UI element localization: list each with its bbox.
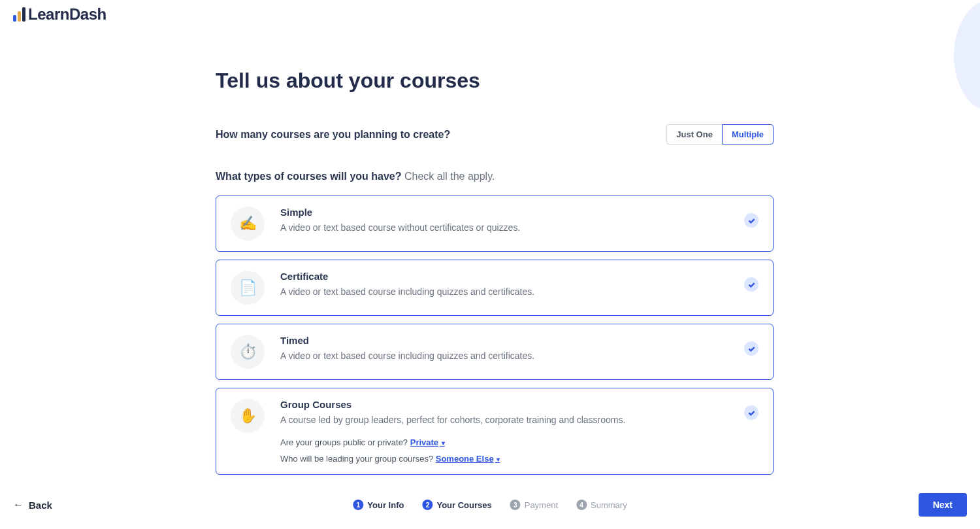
arrow-left-icon: ←	[13, 499, 24, 511]
back-label: Back	[29, 500, 52, 511]
course-type-card-simple[interactable]: ✍️ Simple A video or text based course w…	[216, 196, 774, 252]
page-icon: 📄	[231, 271, 265, 305]
step-number: 1	[353, 500, 363, 510]
logo-bars-icon	[13, 7, 25, 22]
group-visibility-question: Are your groups public or private? Priva…	[280, 437, 728, 447]
course-types-question-bold: What types of courses will you have?	[216, 171, 402, 182]
step-summary[interactable]: 4 Summary	[576, 500, 627, 510]
decorative-blob	[954, 0, 980, 111]
page-title: Tell us about your courses	[216, 69, 774, 93]
course-type-card-certificate[interactable]: 📄 Certificate A video or text based cour…	[216, 260, 774, 316]
wizard-steps: 1 Your Info 2 Your Courses 3 Payment 4 S…	[353, 500, 627, 510]
toggle-multiple[interactable]: Multiple	[722, 124, 774, 145]
writing-hand-icon: ✍️	[231, 207, 265, 241]
step-number: 3	[510, 500, 521, 510]
step-number: 2	[422, 500, 433, 510]
checkmark-icon	[744, 341, 759, 356]
toggle-just-one[interactable]: Just One	[666, 124, 722, 145]
card-desc: A video or text based course including q…	[280, 286, 728, 299]
step-number: 4	[576, 500, 587, 510]
course-type-card-timed[interactable]: ⏱️ Timed A video or text based course in…	[216, 324, 774, 380]
course-types-question: What types of courses will you have? Che…	[216, 171, 774, 182]
checkmark-icon	[744, 405, 759, 420]
checkmark-icon	[744, 213, 759, 228]
next-button[interactable]: Next	[919, 493, 967, 517]
brand-logo: LearnDash	[13, 5, 106, 24]
card-title: Certificate	[280, 271, 728, 282]
card-desc: A video or text based course without cer…	[280, 222, 728, 235]
card-title: Timed	[280, 335, 728, 346]
courses-count-toggle: Just One Multiple	[666, 124, 774, 145]
step-your-info[interactable]: 1 Your Info	[353, 500, 404, 510]
card-title: Group Courses	[280, 399, 728, 410]
course-type-card-group[interactable]: ✋ Group Courses A course led by group le…	[216, 388, 774, 475]
step-your-courses[interactable]: 2 Your Courses	[422, 500, 491, 510]
back-button[interactable]: ← Back	[13, 499, 52, 511]
step-payment[interactable]: 3 Payment	[510, 500, 558, 510]
courses-count-question: How many courses are you planning to cre…	[216, 129, 450, 141]
course-types-question-hint: Check all the apply.	[402, 171, 495, 182]
card-title: Simple	[280, 207, 728, 218]
card-desc: A course led by group leaders, perfect f…	[280, 414, 728, 427]
checkmark-icon	[744, 277, 759, 292]
card-desc: A video or text based course including q…	[280, 350, 728, 363]
group-leader-question: Who will be leading your group courses? …	[280, 454, 728, 464]
chevron-down-icon: ▾	[495, 456, 500, 463]
group-leader-dropdown[interactable]: Someone Else ▾	[436, 454, 500, 464]
brand-name: LearnDash	[28, 5, 106, 24]
raised-hand-icon: ✋	[231, 399, 265, 433]
chevron-down-icon: ▾	[440, 439, 445, 447]
stopwatch-icon: ⏱️	[231, 335, 265, 369]
group-visibility-dropdown[interactable]: Private ▾	[410, 437, 445, 447]
